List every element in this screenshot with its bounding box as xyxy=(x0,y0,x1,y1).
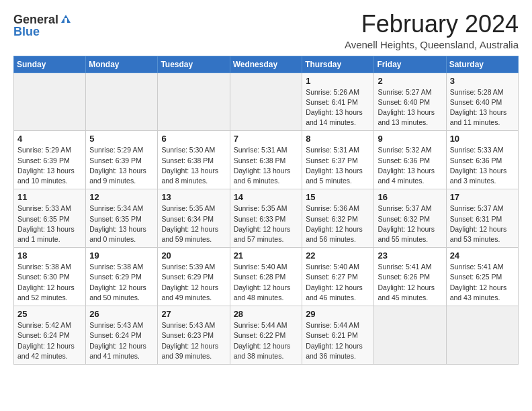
day-number: 13 xyxy=(161,192,226,202)
day-number: 27 xyxy=(161,309,226,319)
day-number: 12 xyxy=(89,192,154,202)
day-info: Sunrise: 5:43 AM Sunset: 6:23 PM Dayligh… xyxy=(161,320,226,361)
day-info: Sunrise: 5:44 AM Sunset: 6:22 PM Dayligh… xyxy=(234,320,299,361)
day-number: 24 xyxy=(450,250,515,261)
day-number: 8 xyxy=(306,134,370,144)
calendar-cell: 8Sunrise: 5:31 AM Sunset: 6:37 PM Daylig… xyxy=(302,131,374,189)
week-row-3: 11Sunrise: 5:33 AM Sunset: 6:35 PM Dayli… xyxy=(14,189,519,248)
day-info: Sunrise: 5:38 AM Sunset: 6:30 PM Dayligh… xyxy=(17,262,82,303)
calendar-cell: 4Sunrise: 5:29 AM Sunset: 6:39 PM Daylig… xyxy=(14,131,86,189)
day-number: 10 xyxy=(450,134,515,144)
day-number: 23 xyxy=(378,250,442,261)
calendar-cell: 10Sunrise: 5:33 AM Sunset: 6:36 PM Dayli… xyxy=(446,131,518,189)
day-header-friday: Friday xyxy=(374,56,446,73)
svg-rect-1 xyxy=(64,18,67,23)
day-info: Sunrise: 5:31 AM Sunset: 6:37 PM Dayligh… xyxy=(306,145,370,186)
calendar-cell: 24Sunrise: 5:41 AM Sunset: 6:25 PM Dayli… xyxy=(446,248,518,306)
day-info: Sunrise: 5:33 AM Sunset: 6:36 PM Dayligh… xyxy=(450,145,515,186)
day-info: Sunrise: 5:32 AM Sunset: 6:36 PM Dayligh… xyxy=(378,145,442,186)
day-info: Sunrise: 5:41 AM Sunset: 6:26 PM Dayligh… xyxy=(378,262,442,303)
calendar-cell: 5Sunrise: 5:29 AM Sunset: 6:39 PM Daylig… xyxy=(86,131,158,189)
day-header-tuesday: Tuesday xyxy=(158,56,230,73)
day-header-thursday: Thursday xyxy=(302,56,374,73)
location-title: Avenell Heights, Queensland, Australia xyxy=(345,39,519,50)
day-info: Sunrise: 5:34 AM Sunset: 6:35 PM Dayligh… xyxy=(89,203,154,244)
calendar-cell: 28Sunrise: 5:44 AM Sunset: 6:22 PM Dayli… xyxy=(230,306,302,365)
day-number: 25 xyxy=(17,309,82,319)
day-info: Sunrise: 5:39 AM Sunset: 6:29 PM Dayligh… xyxy=(161,262,226,303)
calendar-cell: 13Sunrise: 5:35 AM Sunset: 6:34 PM Dayli… xyxy=(158,189,230,248)
calendar-cell: 14Sunrise: 5:35 AM Sunset: 6:33 PM Dayli… xyxy=(230,189,302,248)
day-number: 16 xyxy=(378,192,442,202)
day-info: Sunrise: 5:38 AM Sunset: 6:29 PM Dayligh… xyxy=(89,262,154,303)
calendar-cell: 29Sunrise: 5:44 AM Sunset: 6:21 PM Dayli… xyxy=(302,306,374,365)
day-number: 26 xyxy=(89,309,154,319)
calendar-cell: 7Sunrise: 5:31 AM Sunset: 6:38 PM Daylig… xyxy=(230,131,302,189)
calendar-cell: 15Sunrise: 5:36 AM Sunset: 6:32 PM Dayli… xyxy=(302,189,374,248)
days-header-row: SundayMondayTuesdayWednesdayThursdayFrid… xyxy=(14,56,519,73)
day-header-monday: Monday xyxy=(86,56,158,73)
day-info: Sunrise: 5:33 AM Sunset: 6:35 PM Dayligh… xyxy=(17,203,82,244)
logo-blue-text: Blue xyxy=(13,26,40,38)
day-info: Sunrise: 5:41 AM Sunset: 6:25 PM Dayligh… xyxy=(450,262,515,303)
day-info: Sunrise: 5:37 AM Sunset: 6:31 PM Dayligh… xyxy=(450,203,515,244)
calendar-cell: 2Sunrise: 5:27 AM Sunset: 6:40 PM Daylig… xyxy=(374,73,446,131)
day-number: 17 xyxy=(450,192,515,202)
day-number: 18 xyxy=(17,250,82,261)
day-header-sunday: Sunday xyxy=(14,56,86,73)
day-info: Sunrise: 5:43 AM Sunset: 6:24 PM Dayligh… xyxy=(89,320,154,361)
day-info: Sunrise: 5:28 AM Sunset: 6:40 PM Dayligh… xyxy=(450,87,515,128)
day-number: 6 xyxy=(161,134,226,144)
calendar-cell xyxy=(86,73,158,131)
calendar-cell xyxy=(374,306,446,365)
logo-general-text: General xyxy=(13,13,58,26)
day-header-saturday: Saturday xyxy=(446,56,518,73)
day-info: Sunrise: 5:37 AM Sunset: 6:32 PM Dayligh… xyxy=(378,203,442,244)
calendar-cell xyxy=(14,73,86,131)
day-info: Sunrise: 5:40 AM Sunset: 6:28 PM Dayligh… xyxy=(234,262,299,303)
calendar-cell: 20Sunrise: 5:39 AM Sunset: 6:29 PM Dayli… xyxy=(158,248,230,306)
calendar-cell: 23Sunrise: 5:41 AM Sunset: 6:26 PM Dayli… xyxy=(374,248,446,306)
day-number: 5 xyxy=(89,134,154,144)
calendar-cell: 12Sunrise: 5:34 AM Sunset: 6:35 PM Dayli… xyxy=(86,189,158,248)
calendar-cell: 16Sunrise: 5:37 AM Sunset: 6:32 PM Dayli… xyxy=(374,189,446,248)
day-info: Sunrise: 5:29 AM Sunset: 6:39 PM Dayligh… xyxy=(89,145,154,186)
day-number: 28 xyxy=(234,309,299,319)
day-number: 2 xyxy=(378,76,442,86)
calendar-cell: 27Sunrise: 5:43 AM Sunset: 6:23 PM Dayli… xyxy=(158,306,230,365)
calendar-cell: 25Sunrise: 5:42 AM Sunset: 6:24 PM Dayli… xyxy=(14,306,86,365)
calendar-cell xyxy=(446,306,518,365)
day-number: 21 xyxy=(234,250,299,261)
calendar-cell: 3Sunrise: 5:28 AM Sunset: 6:40 PM Daylig… xyxy=(446,73,518,131)
calendar-cell: 21Sunrise: 5:40 AM Sunset: 6:28 PM Dayli… xyxy=(230,248,302,306)
day-info: Sunrise: 5:29 AM Sunset: 6:39 PM Dayligh… xyxy=(17,145,82,186)
day-number: 20 xyxy=(161,250,226,261)
calendar-table: SundayMondayTuesdayWednesdayThursdayFrid… xyxy=(13,56,519,365)
week-row-1: 1Sunrise: 5:26 AM Sunset: 6:41 PM Daylig… xyxy=(14,73,519,131)
week-row-4: 18Sunrise: 5:38 AM Sunset: 6:30 PM Dayli… xyxy=(14,248,519,306)
month-title: February 2024 xyxy=(345,11,519,38)
calendar-cell: 26Sunrise: 5:43 AM Sunset: 6:24 PM Dayli… xyxy=(86,306,158,365)
day-info: Sunrise: 5:40 AM Sunset: 6:27 PM Dayligh… xyxy=(306,262,370,303)
day-number: 7 xyxy=(234,134,299,144)
day-number: 3 xyxy=(450,76,515,86)
calendar-cell: 17Sunrise: 5:37 AM Sunset: 6:31 PM Dayli… xyxy=(446,189,518,248)
calendar-cell: 6Sunrise: 5:30 AM Sunset: 6:38 PM Daylig… xyxy=(158,131,230,189)
day-info: Sunrise: 5:35 AM Sunset: 6:33 PM Dayligh… xyxy=(234,203,299,244)
calendar-cell: 18Sunrise: 5:38 AM Sunset: 6:30 PM Dayli… xyxy=(14,248,86,306)
logo: General Blue xyxy=(13,13,72,38)
day-header-wednesday: Wednesday xyxy=(230,56,302,73)
day-info: Sunrise: 5:27 AM Sunset: 6:40 PM Dayligh… xyxy=(378,87,442,128)
day-number: 19 xyxy=(89,250,154,261)
calendar-cell xyxy=(230,73,302,131)
day-number: 15 xyxy=(306,192,370,202)
week-row-2: 4Sunrise: 5:29 AM Sunset: 6:39 PM Daylig… xyxy=(14,131,519,189)
calendar-body: 1Sunrise: 5:26 AM Sunset: 6:41 PM Daylig… xyxy=(14,73,519,364)
calendar-cell: 11Sunrise: 5:33 AM Sunset: 6:35 PM Dayli… xyxy=(14,189,86,248)
day-number: 4 xyxy=(17,134,82,144)
header: General Blue February 2024 Avenell Heigh… xyxy=(13,11,519,50)
day-info: Sunrise: 5:42 AM Sunset: 6:24 PM Dayligh… xyxy=(17,320,82,361)
calendar-cell: 1Sunrise: 5:26 AM Sunset: 6:41 PM Daylig… xyxy=(302,73,374,131)
day-info: Sunrise: 5:26 AM Sunset: 6:41 PM Dayligh… xyxy=(306,87,370,128)
day-info: Sunrise: 5:35 AM Sunset: 6:34 PM Dayligh… xyxy=(161,203,226,244)
